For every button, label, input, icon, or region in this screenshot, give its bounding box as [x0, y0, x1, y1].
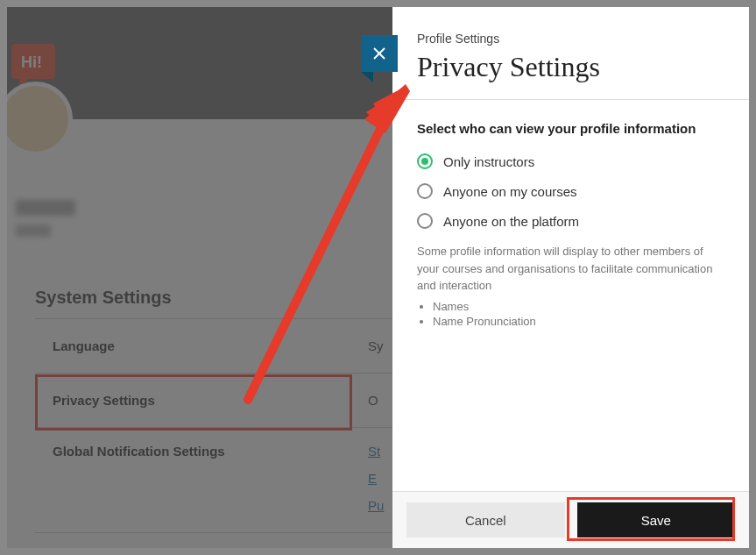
- breadcrumb: Profile Settings: [417, 32, 724, 46]
- radio-icon: [417, 183, 433, 199]
- notification-link[interactable]: Pu: [368, 498, 384, 513]
- helper-list: Names Name Pronunciation: [433, 300, 724, 328]
- radio-label: Anyone on the platform: [443, 214, 579, 229]
- radio-only-instructors[interactable]: Only instructors: [417, 153, 724, 169]
- cancel-button[interactable]: Cancel: [406, 502, 565, 537]
- save-button[interactable]: Save: [577, 502, 736, 537]
- system-settings-heading: System Settings: [35, 288, 172, 308]
- visibility-prompt: Select who can view your profile informa…: [417, 121, 724, 136]
- svg-text:Hi!: Hi!: [21, 53, 42, 71]
- radio-label: Only instructors: [443, 154, 534, 169]
- notification-link[interactable]: E: [368, 471, 384, 486]
- panel-header: Profile Settings Privacy Settings: [392, 7, 749, 100]
- radio-anyone-courses[interactable]: Anyone on my courses: [417, 183, 724, 199]
- helper-text: Some profile information will display to…: [417, 243, 724, 295]
- panel-title: Privacy Settings: [417, 51, 724, 83]
- close-icon: [372, 46, 386, 60]
- radio-anyone-platform[interactable]: Anyone on the platform: [417, 213, 724, 229]
- radio-icon: [417, 213, 433, 229]
- radio-icon: [417, 153, 433, 169]
- notification-links: St E Pu: [368, 444, 384, 525]
- helper-list-item: Name Pronunciation: [433, 315, 724, 328]
- user-name-blur: [16, 200, 75, 216]
- notification-link[interactable]: St: [368, 444, 384, 459]
- row-label: Privacy Settings: [53, 393, 368, 408]
- row-label: Global Notification Settings: [53, 444, 368, 459]
- privacy-settings-panel: Profile Settings Privacy Settings Select…: [392, 7, 749, 548]
- panel-body: Select who can view your profile informa…: [392, 100, 749, 491]
- row-label: Language: [53, 338, 368, 353]
- panel-footer: Cancel Save: [392, 491, 749, 548]
- user-detail-blur: [16, 224, 51, 237]
- avatar: [7, 82, 73, 156]
- close-button-tail: [361, 72, 373, 82]
- helper-list-item: Names: [433, 300, 724, 313]
- row-value: Sy: [368, 338, 384, 353]
- row-value: O: [368, 393, 378, 408]
- close-button[interactable]: [361, 35, 398, 72]
- radio-label: Anyone on my courses: [443, 184, 577, 199]
